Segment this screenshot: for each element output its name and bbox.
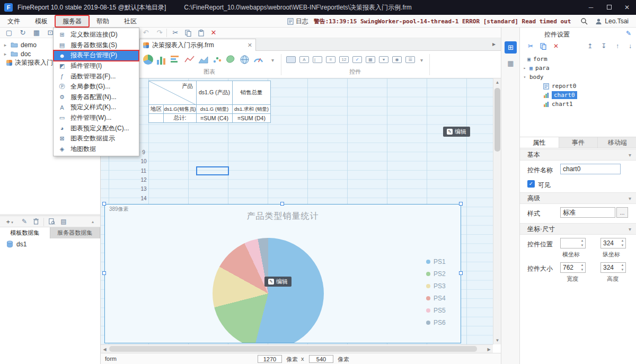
style-input[interactable] [560, 207, 615, 218]
table-cell[interactable]: 销售总量 [232, 81, 271, 105]
menu-item-predefined-style[interactable]: A预定义样式(K)... [54, 102, 139, 113]
line-chart-icon[interactable] [184, 55, 195, 65]
spinner-icons[interactable]: ▲▼ [579, 238, 585, 248]
section-coordinates[interactable]: 坐标·尺寸 ▾ [520, 223, 636, 235]
table-cell[interactable]: ds1.G(销售员) [163, 104, 197, 114]
delete-dataset-icon[interactable] [32, 217, 40, 226]
menu-item-global-params[interactable]: Ⓟ全局参数(G)... [54, 82, 139, 92]
tab-mobile[interactable]: 移动端 [598, 137, 636, 148]
collapse-arrow-icon[interactable]: ▾ [520, 75, 529, 79]
scroll-up-icon[interactable]: ▲ [493, 78, 501, 86]
textfield-widget-icon[interactable]: | [313, 56, 322, 63]
body-settings-icon[interactable]: ▦ [505, 57, 517, 69]
new-file-icon[interactable]: ▢ [4, 28, 14, 38]
selected-cell[interactable] [196, 166, 229, 175]
number-widget-icon[interactable]: 12 [339, 56, 349, 63]
widget-tree-item-chart0[interactable]: chart0 [520, 91, 636, 100]
document-tab[interactable]: 决策报表入门示例.frm ✕ [139, 39, 256, 51]
label-widget-icon[interactable]: A [299, 56, 309, 63]
collapse-panel-icon[interactable]: ▴ [89, 217, 96, 226]
style-more-button[interactable]: ... [616, 207, 628, 218]
refresh-icon[interactable]: ↻ [18, 28, 28, 38]
scroll-down-icon[interactable]: ▼ [493, 336, 501, 344]
vertical-scrollbar[interactable]: ▲ ▼ [493, 78, 501, 344]
resize-handle[interactable] [102, 202, 106, 206]
chart0-block[interactable]: 389像素 产品类型销量统计 PS1 PS2 PS3 PS4 PS5 PS6 [104, 204, 461, 343]
resize-handle[interactable] [459, 271, 463, 275]
chart-more-dropdown-icon[interactable]: ▾ [271, 57, 274, 63]
design-canvas[interactable]: 产品 ds1.G (产品) 销售总量 地区 ds1.G(销售员) ds1.G (… [101, 78, 493, 344]
sql-dataset-icon[interactable]: ▤ [59, 217, 68, 226]
edit-report-button[interactable]: ✎ 编辑 [443, 127, 470, 137]
delete-widget-icon[interactable]: ✕ [551, 41, 561, 51]
spinner-icons[interactable]: ▲▼ [620, 238, 625, 248]
resize-handle[interactable] [102, 271, 106, 275]
row-header[interactable]: 14 [139, 194, 148, 203]
copy-widget-icon[interactable] [538, 41, 549, 51]
tab-events[interactable]: 事件 [559, 137, 598, 148]
table-cell[interactable] [148, 113, 164, 123]
tab-properties[interactable]: 属性 [520, 137, 559, 148]
checkbox-widget-icon[interactable]: ✓ [352, 56, 362, 63]
menu-item-chart-colors[interactable]: ◕图表预定义配色(C)... [54, 123, 139, 134]
table-cell[interactable]: ds1.求和 (销量) [232, 104, 271, 114]
menu-community[interactable]: 社区 [117, 15, 144, 27]
move-up-icon[interactable]: ↑ [612, 41, 623, 51]
bar-chart-icon[interactable] [171, 55, 181, 65]
menu-item-server-config[interactable]: ⚙服务器配置(N)... [54, 92, 139, 103]
table-cell[interactable]: 地区 [148, 104, 164, 114]
resize-handle[interactable] [459, 202, 463, 206]
menu-item-widget-manage[interactable]: ▭控件管理(W)... [54, 113, 139, 123]
row-header[interactable]: 13 [139, 184, 148, 193]
close-button[interactable]: ✕ [618, 0, 636, 15]
edit-dataset-icon[interactable]: ✎ [20, 217, 29, 226]
widget-settings-icon[interactable]: ⊞ [505, 41, 517, 54]
horizontal-scrollbar[interactable]: ◀ ▶ [101, 344, 493, 353]
menu-item-platform-manage[interactable]: ☻报表平台管理(P) [54, 50, 139, 61]
table-cell[interactable]: =SUM (D4) [232, 113, 271, 123]
scroll-left-icon[interactable]: ◀ [101, 345, 109, 353]
expand-arrow-icon[interactable]: ▸ [520, 66, 529, 70]
table-cell[interactable]: =SUM (C4) [196, 113, 233, 123]
menu-item-map-data[interactable]: ◈地图数据 [54, 144, 139, 155]
column-chart-icon[interactable] [157, 55, 167, 65]
button-widget-icon[interactable] [286, 56, 296, 63]
tab-close-icon[interactable]: ✕ [248, 42, 252, 49]
visible-checkbox[interactable]: ✓ [527, 180, 535, 188]
gis-map-icon[interactable] [240, 55, 250, 65]
scatter-chart-icon[interactable] [212, 55, 222, 65]
search-button[interactable] [580, 17, 594, 25]
move-down-icon[interactable]: ↓ [625, 41, 635, 51]
menu-server[interactable]: 服务器 [55, 15, 89, 27]
paste-icon[interactable] [196, 28, 206, 38]
panel-edit-icon[interactable]: ✎ [626, 30, 631, 37]
spinner-icons[interactable]: ▲▼ [579, 263, 585, 272]
widget-tree-item-form[interactable]: ▣ form [520, 55, 636, 64]
resize-handle[interactable] [280, 202, 284, 206]
menu-item-function-manager[interactable]: ƒ函数管理器(F)... [54, 71, 139, 82]
tab-list-icon[interactable]: ▸ [492, 40, 496, 48]
widget-more-dropdown-icon[interactable]: ▾ [420, 57, 423, 63]
move-to-top-icon[interactable]: ↥ [585, 41, 595, 51]
radio-widget-icon[interactable]: ◉ [392, 56, 402, 63]
scrollbar-thumb[interactable] [494, 88, 500, 152]
diagonal-header-cell[interactable]: 产品 [148, 81, 197, 105]
widget-tree-item-body[interactable]: ▾ body [520, 73, 636, 82]
add-dataset-button[interactable]: ＋▾ [3, 217, 15, 226]
menu-item-data-connection[interactable]: ⊞定义数据连接(D) [54, 30, 139, 40]
table-cell[interactable]: 总计: [163, 113, 197, 123]
cut-widget-icon[interactable]: ✂ [525, 41, 536, 51]
menu-item-chart-empty-data[interactable]: ⊠图表空数据提示 [54, 134, 139, 144]
list-widget-icon[interactable]: ☰ [405, 56, 415, 63]
pie-chart-icon[interactable] [143, 55, 153, 65]
table-cell[interactable]: ds1.G (销量) [196, 104, 233, 114]
date-widget-icon[interactable]: ▦ [366, 56, 375, 63]
cut-icon[interactable]: ✂ [171, 28, 180, 38]
row-header[interactable]: 12 [139, 175, 148, 184]
expand-arrow-icon[interactable]: ▸ [0, 51, 11, 57]
maximize-button[interactable] [600, 0, 618, 15]
move-to-bottom-icon[interactable]: ↧ [598, 41, 609, 51]
textarea-widget-icon[interactable]: ≡ [326, 56, 335, 63]
row-header[interactable]: 9 [139, 148, 148, 157]
row-header[interactable]: 10 [139, 157, 148, 166]
